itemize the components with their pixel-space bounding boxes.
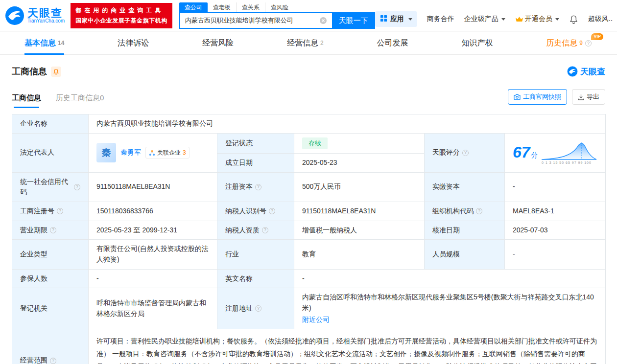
section-title: 工商信息 bbox=[12, 66, 47, 77]
search-tab-company[interactable]: 查公司 bbox=[179, 2, 208, 13]
tab-operation-risk[interactable]: 经营风险 bbox=[202, 32, 234, 54]
reg-address-value: 内蒙古自治区呼和浩特市和林格尔新区现代服务业聚集区5号楼(数聚大街与祥苑路交叉口… bbox=[302, 292, 597, 313]
slogan-badge: 都在用的商业查询工具 国家中小企业发展子基金旗下机构 bbox=[71, 3, 172, 28]
notification-bell-icon[interactable] bbox=[569, 15, 578, 24]
logo-brand-text: 天眼查 bbox=[27, 7, 65, 19]
search-tab-boss[interactable]: 查老板 bbox=[208, 2, 236, 13]
tab-label: 公司发展 bbox=[377, 38, 408, 48]
search-input[interactable] bbox=[179, 12, 332, 29]
top-nav: 应用 商务合作 企业级产品 开通会员 超级风... bbox=[375, 4, 613, 27]
info-icon[interactable]: ? bbox=[476, 208, 482, 214]
nav-apps-menu[interactable]: 应用 bbox=[375, 11, 417, 27]
tab-label: 经营信息 bbox=[287, 38, 318, 48]
tab-count: 2 bbox=[320, 40, 324, 46]
tab-basic-info[interactable]: 基本信息 14 bbox=[24, 32, 64, 54]
business-scope-value: 许可项目：营利性民办职业技能培训机构；餐饮服务。（依法须经批准的项目，经相关部门… bbox=[89, 329, 606, 364]
search-button[interactable]: 天眼一下 bbox=[332, 12, 375, 29]
info-icon[interactable]: ? bbox=[50, 358, 56, 364]
score-label-text: 天眼评分 bbox=[432, 147, 460, 158]
table-row: 参保人数 - 英文名称 - bbox=[12, 269, 606, 288]
company-type-label: 企业类型 bbox=[12, 240, 89, 269]
info-icon[interactable]: ? bbox=[585, 40, 592, 46]
info-icon[interactable]: ? bbox=[255, 184, 261, 190]
table-row: 工商注册号? 150118036833766 纳税人识别号? 91150118M… bbox=[12, 202, 606, 221]
tab-legal-litigation[interactable]: 法律诉讼 bbox=[118, 32, 149, 54]
staff-size-value: - bbox=[505, 240, 606, 269]
top-header: 天眼查 TianYanCha.com 都在用的商业查询工具 国家中小企业发展子基… bbox=[0, 0, 617, 31]
org-code-value: MAEL8EA3-1 bbox=[505, 202, 606, 221]
tab-label: 基本信息 bbox=[24, 38, 56, 48]
export-button[interactable]: 导出 bbox=[572, 89, 605, 105]
info-icon[interactable]: ? bbox=[255, 305, 261, 312]
table-row: 营业期限? 2025-05-23 至 2099-12-31 纳税人资质? 增值税… bbox=[12, 221, 606, 240]
tianyancha-logo[interactable]: 天眼查 TianYanCha.com bbox=[5, 6, 65, 25]
table-row: 统一社会信用代码? 91150118MAEL8EA31N 注册资本? 500万人… bbox=[12, 172, 606, 202]
official-snapshot-button[interactable]: 工商官网快照 bbox=[508, 89, 567, 105]
company-type-value: 有限责任公司(自然人投资或控股的法人独资) bbox=[89, 240, 217, 269]
org-code-label: 组织机构代码? bbox=[425, 202, 505, 221]
reg-authority-value: 呼和浩特市市场监督管理局内蒙古和林格尔新区分局 bbox=[89, 288, 217, 329]
tab-label: 历史信息 bbox=[546, 38, 577, 48]
nav-super-risk[interactable]: 超级风... bbox=[588, 15, 613, 23]
reg-number-value: 150118036833766 bbox=[89, 202, 217, 221]
info-icon[interactable]: ? bbox=[262, 227, 268, 233]
reg-capital-value: 500万人民币 bbox=[294, 172, 425, 202]
legal-rep-name[interactable]: 秦勇军 bbox=[120, 147, 141, 158]
nav-business-cooperation[interactable]: 商务合作 bbox=[427, 15, 454, 23]
score-cell: 67分 0 1 bbox=[505, 133, 606, 172]
legal-rep-label: 法定代表人 bbox=[12, 133, 89, 172]
english-name-label: 英文名称 bbox=[217, 269, 294, 288]
info-icon[interactable]: ? bbox=[50, 227, 56, 233]
tab-operation-info[interactable]: 经营信息 2 bbox=[287, 32, 324, 54]
approval-date-value: 2025-07-03 bbox=[505, 221, 606, 240]
clear-search-icon[interactable] bbox=[319, 17, 327, 24]
score-value[interactable]: 67分 bbox=[513, 140, 538, 165]
nav-membership-label: 开通会员 bbox=[525, 15, 552, 23]
reg-number-label: 工商注册号? bbox=[12, 202, 89, 221]
nearby-companies-link[interactable]: 附近公司 bbox=[302, 315, 330, 325]
approval-date-label: 核准日期 bbox=[425, 221, 505, 240]
tianyancha-logo-icon bbox=[5, 6, 24, 25]
credit-code-label: 统一社会信用代码? bbox=[12, 172, 89, 202]
company-name-label: 企业名称 bbox=[12, 114, 89, 134]
tab-company-development[interactable]: 公司发展 bbox=[377, 32, 408, 54]
related-companies-icon bbox=[149, 150, 155, 156]
monitor-bell-icon[interactable] bbox=[51, 67, 61, 77]
vip-badge: VIP bbox=[591, 33, 603, 40]
watermark-label: 天眼查 bbox=[580, 66, 605, 77]
export-button-label: 导出 bbox=[587, 92, 599, 101]
logo-domain-text: TianYanCha.com bbox=[27, 19, 65, 24]
search-box: 天眼一下 bbox=[179, 12, 375, 29]
subtab-history-business-info[interactable]: 历史工商信息0 bbox=[56, 93, 104, 108]
legal-rep-avatar[interactable]: 秦 bbox=[96, 143, 116, 162]
search-tab-risk[interactable]: 查风险 bbox=[265, 2, 294, 13]
info-icon[interactable]: ? bbox=[74, 184, 80, 190]
score-unit: 分 bbox=[531, 151, 538, 159]
table-row: 经营范围? 许可项目：营利性民办职业技能培训机构；餐饮服务。（依法须经批准的项目… bbox=[12, 329, 606, 364]
subtab-business-info[interactable]: 工商信息 bbox=[12, 93, 41, 108]
main-content: 工商信息 天眼查 工商信息 历史工商信息0 工商官网快照 导出 bbox=[0, 55, 617, 364]
tianyancha-watermark-icon bbox=[567, 66, 578, 77]
search-tab-relation[interactable]: 查关系 bbox=[236, 2, 265, 13]
establish-date-value: 2025-05-23 bbox=[294, 153, 425, 172]
english-name-value: - bbox=[294, 269, 606, 288]
nav-enterprise-products[interactable]: 企业级产品 bbox=[464, 15, 505, 23]
paid-capital-value: - bbox=[505, 172, 606, 202]
related-companies-label: 关联企业 bbox=[157, 148, 181, 158]
tab-intellectual-property[interactable]: 知识产权 bbox=[461, 32, 493, 54]
nav-open-membership[interactable]: 开通会员 bbox=[515, 15, 559, 23]
credit-code-value: 91150118MAEL8EA31N bbox=[89, 172, 217, 202]
company-section-tabs: 基本信息 14 法律诉讼 经营风险 经营信息 2 公司发展 知识产权 历史信息 … bbox=[0, 31, 617, 55]
score-distribution-chart: 0 1 3 15 50 65 97 99 100 bbox=[541, 140, 597, 166]
nav-enterprise-label: 企业级产品 bbox=[464, 15, 498, 23]
nav-apps-label: 应用 bbox=[390, 15, 404, 23]
industry-label: 行业 bbox=[217, 240, 294, 269]
related-companies-badge[interactable]: 关联企业 3 bbox=[145, 147, 190, 159]
info-icon[interactable]: ? bbox=[462, 150, 469, 156]
table-row: 企业名称 内蒙古西贝职业技能培训学校有限公司 bbox=[12, 114, 606, 134]
table-row: 法定代表人 秦 秦勇军 关联企业 3 登记状态 存续 天眼评分? bbox=[12, 133, 606, 153]
reg-address-cell: 内蒙古自治区呼和浩特市和林格尔新区现代服务业聚集区5号楼(数聚大街与祥苑路交叉口… bbox=[294, 288, 606, 329]
tab-history-info[interactable]: 历史信息 9 ? VIP bbox=[546, 32, 592, 54]
info-icon[interactable]: ? bbox=[57, 208, 63, 214]
info-icon[interactable]: ? bbox=[269, 208, 275, 214]
